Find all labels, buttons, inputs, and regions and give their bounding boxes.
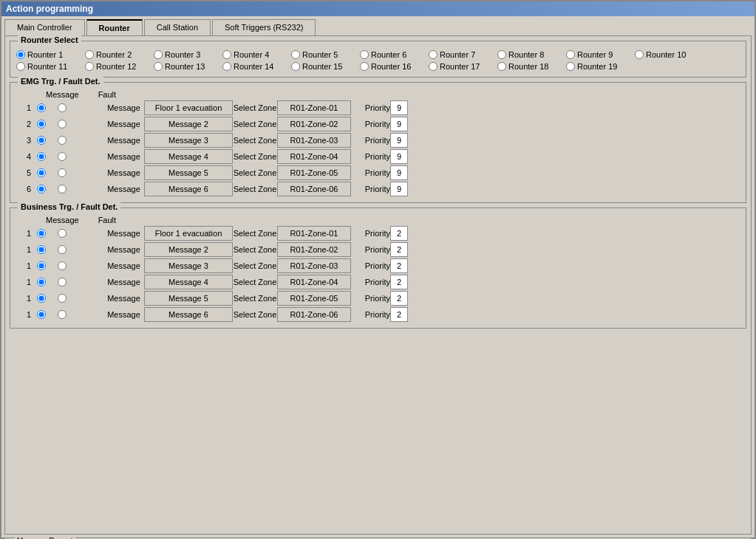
msg-radio-business-rows-0[interactable] — [37, 229, 46, 238]
priority-input[interactable] — [390, 258, 408, 273]
zone-button[interactable]: R01-Zone-06 — [277, 182, 351, 196]
rounter-radio-label-7[interactable]: Rounter 18 — [497, 62, 560, 71]
msg-radio-emg-rows-3[interactable] — [37, 152, 46, 161]
fault-radio-business-rows-1[interactable] — [58, 245, 67, 254]
fault-radio-emg-rows-1[interactable] — [58, 120, 67, 128]
fault-radio-emg-rows-4[interactable] — [58, 168, 67, 177]
fault-radio-emg-rows-5[interactable] — [58, 185, 67, 193]
tab-soft-triggers[interactable]: Soft Triggers (RS232) — [212, 19, 316, 35]
message-button[interactable]: Message 2 — [144, 242, 233, 257]
zone-button[interactable]: R01-Zone-01 — [277, 100, 351, 115]
rounter-radio-rounter-13[interactable] — [154, 62, 163, 71]
rounter-radio-rounter-4[interactable] — [222, 50, 231, 59]
rounter-radio-rounter-11[interactable] — [16, 62, 25, 71]
rounter-radio-rounter-18[interactable] — [497, 62, 506, 71]
priority-input[interactable] — [390, 307, 408, 322]
tab-call-station[interactable]: Call Station — [144, 19, 211, 35]
message-button[interactable]: Message 5 — [144, 165, 233, 180]
tab-main-controller[interactable]: Main Controller — [4, 19, 85, 35]
priority-input[interactable] — [390, 242, 408, 257]
rounter-radio-rounter-2[interactable] — [85, 50, 94, 59]
priority-input[interactable] — [390, 100, 408, 115]
zone-button[interactable]: R01-Zone-06 — [277, 307, 351, 322]
tab-rounter[interactable]: Rounter — [86, 19, 143, 35]
rounter-radio-label-3[interactable]: Rounter 14 — [222, 62, 285, 71]
msg-radio-business-rows-2[interactable] — [37, 261, 46, 270]
zone-button[interactable]: R01-Zone-01 — [277, 226, 351, 241]
fault-radio-emg-rows-0[interactable] — [58, 103, 67, 112]
rounter-radio-rounter-5[interactable] — [291, 50, 300, 59]
msg-radio-business-rows-5[interactable] — [37, 310, 46, 319]
zone-button[interactable]: R01-Zone-04 — [277, 149, 351, 164]
msg-radio-emg-rows-2[interactable] — [37, 136, 46, 145]
message-button[interactable]: Message 4 — [144, 149, 233, 164]
msg-radio-business-rows-4[interactable] — [37, 294, 46, 303]
message-button[interactable]: Message 5 — [144, 291, 233, 306]
zone-button[interactable]: R01-Zone-05 — [277, 165, 351, 180]
priority-input[interactable] — [390, 149, 408, 164]
zone-button[interactable]: R01-Zone-05 — [277, 291, 351, 306]
msg-radio-emg-rows-0[interactable] — [37, 103, 46, 112]
rounter-radio-label-1[interactable]: Rounter 2 — [85, 50, 148, 59]
rounter-radio-rounter-8[interactable] — [497, 50, 506, 59]
rounter-radio-label-8[interactable]: Rounter 19 — [566, 62, 629, 71]
msg-radio-business-rows-1[interactable] — [37, 245, 46, 254]
msg-radio-emg-rows-4[interactable] — [37, 168, 46, 177]
message-button[interactable]: Message 6 — [144, 182, 233, 196]
fault-radio-business-rows-3[interactable] — [58, 278, 67, 286]
rounter-radio-rounter-14[interactable] — [222, 62, 231, 71]
rounter-radio-rounter-9[interactable] — [566, 50, 575, 59]
message-button[interactable]: Message 3 — [144, 133, 233, 148]
rounter-radio-label-6[interactable]: Rounter 17 — [429, 62, 491, 71]
message-button[interactable]: Message 3 — [144, 258, 233, 273]
message-button[interactable]: Message 4 — [144, 275, 233, 289]
rounter-radio-label-7[interactable]: Rounter 8 — [497, 50, 560, 59]
priority-input[interactable] — [390, 291, 408, 306]
zone-button[interactable]: R01-Zone-03 — [277, 133, 351, 148]
fault-radio-business-rows-0[interactable] — [58, 229, 67, 238]
rounter-radio-rounter-6[interactable] — [360, 50, 369, 59]
rounter-radio-rounter-19[interactable] — [566, 62, 575, 71]
message-button[interactable]: Floor 1 evacuation — [144, 100, 233, 115]
message-button[interactable]: Floor 1 evacuation — [144, 226, 233, 241]
rounter-radio-label-1[interactable]: Rounter 12 — [85, 62, 148, 71]
rounter-radio-label-8[interactable]: Rounter 9 — [566, 50, 629, 59]
rounter-radio-rounter-3[interactable] — [154, 50, 163, 59]
rounter-radio-rounter-1[interactable] — [16, 50, 25, 59]
rounter-radio-label-5[interactable]: Rounter 16 — [360, 62, 423, 71]
rounter-radio-label-2[interactable]: Rounter 13 — [154, 62, 217, 71]
rounter-radio-rounter-12[interactable] — [85, 62, 94, 71]
priority-input[interactable] — [390, 226, 408, 241]
rounter-radio-label-4[interactable]: Rounter 5 — [291, 50, 354, 59]
priority-input[interactable] — [390, 133, 408, 148]
rounter-radio-label-2[interactable]: Rounter 3 — [154, 50, 217, 59]
rounter-radio-label-9[interactable]: Rounter 10 — [635, 50, 698, 59]
priority-input[interactable] — [390, 275, 408, 289]
msg-radio-emg-rows-1[interactable] — [37, 120, 46, 128]
zone-button[interactable]: R01-Zone-04 — [277, 275, 351, 289]
fault-radio-emg-rows-3[interactable] — [58, 152, 67, 161]
fault-radio-business-rows-2[interactable] — [58, 261, 67, 270]
zone-button[interactable]: R01-Zone-03 — [277, 258, 351, 273]
rounter-radio-label-0[interactable]: Rounter 11 — [16, 62, 79, 71]
priority-input[interactable] — [390, 117, 408, 131]
zone-button[interactable]: R01-Zone-02 — [277, 242, 351, 257]
rounter-radio-rounter-10[interactable] — [635, 50, 644, 59]
priority-input[interactable] — [390, 165, 408, 180]
rounter-radio-label-4[interactable]: Rounter 15 — [291, 62, 354, 71]
priority-input[interactable] — [390, 182, 408, 196]
message-button[interactable]: Message 2 — [144, 117, 233, 131]
message-button[interactable]: Message 6 — [144, 307, 233, 322]
rounter-radio-rounter-7[interactable] — [429, 50, 437, 59]
rounter-radio-label-5[interactable]: Rounter 6 — [360, 50, 423, 59]
rounter-radio-label-6[interactable]: Rounter 7 — [429, 50, 491, 59]
rounter-radio-rounter-15[interactable] — [291, 62, 300, 71]
msg-radio-business-rows-3[interactable] — [37, 278, 46, 286]
fault-radio-business-rows-5[interactable] — [58, 310, 67, 319]
rounter-radio-rounter-17[interactable] — [429, 62, 437, 71]
rounter-radio-rounter-16[interactable] — [360, 62, 369, 71]
fault-radio-business-rows-4[interactable] — [58, 294, 67, 303]
zone-button[interactable]: R01-Zone-02 — [277, 117, 351, 131]
rounter-radio-label-0[interactable]: Rounter 1 — [16, 50, 79, 59]
fault-radio-emg-rows-2[interactable] — [58, 136, 67, 145]
